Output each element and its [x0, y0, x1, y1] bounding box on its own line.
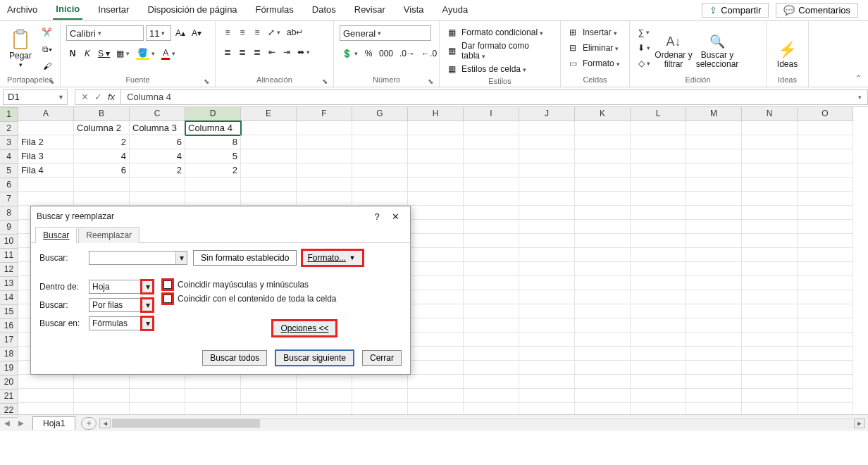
cell-K7[interactable]: [575, 206, 631, 220]
align-middle-button[interactable]: ≡: [236, 25, 249, 39]
col-header-D[interactable]: D: [185, 107, 241, 121]
cell-C20[interactable]: [130, 389, 185, 403]
cell-J20[interactable]: [519, 389, 575, 403]
number-format-select[interactable]: General: [340, 25, 431, 41]
row-header-6[interactable]: 6: [0, 178, 18, 192]
cell-K2[interactable]: [575, 135, 631, 149]
cell-I2[interactable]: [464, 135, 519, 149]
fx-button[interactable]: fx: [108, 92, 115, 102]
cell-K21[interactable]: [575, 403, 631, 414]
row-header-9[interactable]: 9: [0, 221, 18, 235]
cell-N20[interactable]: [742, 389, 798, 403]
cell-N15[interactable]: [742, 318, 798, 333]
cell-B3[interactable]: 4: [74, 149, 130, 163]
alignment-launcher[interactable]: ⬊: [322, 78, 328, 85]
indent-dec-button[interactable]: ⇤: [266, 45, 278, 59]
cell-O8[interactable]: [798, 220, 853, 234]
tab-data[interactable]: Datos: [309, 1, 339, 19]
row-header-17[interactable]: 17: [0, 333, 18, 347]
cell-G5[interactable]: [352, 178, 408, 192]
row-header-22[interactable]: 22: [0, 404, 18, 418]
cell-H4[interactable]: [408, 163, 464, 178]
cell-K18[interactable]: [575, 361, 631, 375]
cell-L15[interactable]: [631, 318, 686, 333]
sort-filter-button[interactable]: A↓ Ordenar y filtrar: [657, 24, 690, 69]
col-header-C[interactable]: C: [130, 107, 185, 121]
col-header-N[interactable]: N: [742, 107, 798, 121]
cell-I19[interactable]: [464, 375, 519, 389]
col-header-M[interactable]: M: [686, 107, 742, 121]
cell-K20[interactable]: [575, 389, 631, 403]
dialog-close-button[interactable]: ✕: [386, 211, 404, 222]
cell-H9[interactable]: [408, 234, 464, 248]
find-all-button[interactable]: Buscar todos: [202, 350, 267, 366]
cell-N2[interactable]: [742, 135, 798, 149]
col-header-G[interactable]: G: [352, 107, 408, 121]
cell-M13[interactable]: [686, 290, 742, 304]
cell-C4[interactable]: 2: [130, 163, 185, 178]
cell-L4[interactable]: [631, 163, 686, 178]
col-header-E[interactable]: E: [241, 107, 297, 121]
cell-I14[interactable]: [464, 304, 519, 318]
cell-I11[interactable]: [464, 262, 519, 276]
row-header-20[interactable]: 20: [0, 376, 18, 390]
cell-N12[interactable]: [742, 276, 798, 290]
paste-button[interactable]: Pegar ▾: [6, 24, 35, 69]
cell-M21[interactable]: [686, 403, 742, 414]
cell-I15[interactable]: [464, 318, 519, 333]
cell-G4[interactable]: [352, 163, 408, 178]
cell-H12[interactable]: [408, 276, 464, 290]
cell-M4[interactable]: [686, 163, 742, 178]
cell-K13[interactable]: [575, 290, 631, 304]
comments-button[interactable]: 💬 Comentarios: [776, 3, 858, 18]
cell-G2[interactable]: [352, 135, 408, 149]
cell-A20[interactable]: [18, 389, 74, 403]
cell-O7[interactable]: [798, 206, 853, 220]
accounting-button[interactable]: 💲: [340, 46, 360, 61]
close-button[interactable]: Cerrar: [362, 350, 402, 366]
col-header-J[interactable]: J: [519, 107, 575, 121]
align-bottom-button[interactable]: ≡: [251, 25, 264, 39]
cell-I10[interactable]: [464, 248, 519, 262]
cell-A1[interactable]: [18, 121, 74, 135]
row-header-16[interactable]: 16: [0, 319, 18, 333]
cell-B20[interactable]: [74, 389, 130, 403]
cell-N13[interactable]: [742, 290, 798, 304]
cell-A21[interactable]: [18, 403, 74, 414]
cell-F1[interactable]: [297, 121, 352, 135]
cell-A2[interactable]: Fila 2: [18, 135, 74, 149]
font-color-button[interactable]: A: [159, 46, 178, 61]
ideas-button[interactable]: ⚡ Ideas: [772, 24, 802, 69]
cell-O14[interactable]: [798, 304, 853, 318]
within-select[interactable]: Hoja ▾: [89, 280, 154, 294]
cell-B2[interactable]: 2: [74, 135, 130, 149]
cell-I5[interactable]: [464, 178, 519, 192]
cell-E6[interactable]: [241, 192, 297, 206]
insert-cells-button[interactable]: ⊞Insertar: [566, 25, 617, 39]
cell-L17[interactable]: [631, 347, 686, 361]
cell-H10[interactable]: [408, 248, 464, 262]
cell-N11[interactable]: [742, 262, 798, 276]
cell-D2[interactable]: 8: [185, 135, 241, 149]
cell-O10[interactable]: [798, 248, 853, 262]
cell-L6[interactable]: [631, 192, 686, 206]
find-select-button[interactable]: 🔍 Buscar y seleccionar: [695, 24, 740, 69]
cell-J3[interactable]: [519, 149, 575, 163]
font-size-select[interactable]: 11: [146, 25, 171, 41]
cell-O18[interactable]: [798, 361, 853, 375]
cell-H8[interactable]: [408, 220, 464, 234]
cell-K8[interactable]: [575, 220, 631, 234]
cell-J7[interactable]: [519, 206, 575, 220]
cell-H3[interactable]: [408, 149, 464, 163]
cell-B19[interactable]: [74, 375, 130, 389]
row-header-13[interactable]: 13: [0, 277, 18, 291]
cell-D6[interactable]: [185, 192, 241, 206]
col-header-O[interactable]: O: [798, 107, 853, 121]
align-right-button[interactable]: ≣: [251, 45, 264, 59]
cell-N6[interactable]: [742, 192, 798, 206]
cell-D19[interactable]: [185, 375, 241, 389]
cell-I16[interactable]: [464, 333, 519, 347]
copy-button[interactable]: ⧉▾: [39, 42, 54, 56]
cell-J17[interactable]: [519, 347, 575, 361]
cell-L9[interactable]: [631, 234, 686, 248]
